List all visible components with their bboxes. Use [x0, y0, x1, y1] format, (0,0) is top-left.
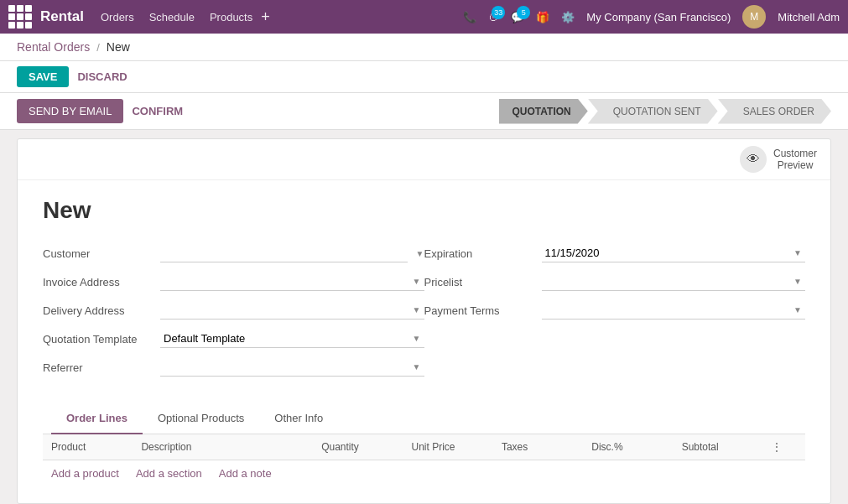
col-unit-price: Unit Price — [412, 441, 502, 453]
payment-terms-field-row: Payment Terms ▼ — [424, 301, 806, 320]
form-body: New Customer ▼ Invoice Address ▼ — [18, 180, 830, 503]
breadcrumb: Rental Orders / New — [0, 34, 848, 61]
form-title: New — [43, 197, 805, 224]
payment-terms-chevron: ▼ — [793, 305, 802, 314]
tab-other-info[interactable]: Other Info — [259, 403, 338, 434]
form-fields: Customer ▼ Invoice Address ▼ Delivery Ad… — [43, 244, 805, 387]
right-fields: Expiration 11/15/2020 ▼ Pricelist ▼ — [424, 244, 806, 387]
col-product: Product — [51, 441, 141, 453]
col-taxes: Taxes — [502, 441, 591, 453]
col-description: Description — [141, 441, 321, 453]
confirm-button[interactable]: CONFIRM — [132, 105, 183, 117]
settings-icon[interactable]: ⚙️ — [561, 11, 575, 23]
avatar[interactable]: M — [742, 5, 766, 29]
delivery-address-chevron: ▼ — [413, 305, 421, 314]
invoice-address-chevron: ▼ — [413, 277, 421, 286]
nav-schedule[interactable]: Schedule — [149, 11, 195, 23]
main-content: 👁 Customer Preview New Customer ▼ Invoic… — [0, 130, 848, 504]
send-by-email-button[interactable]: SEND BY EMAIL — [17, 99, 123, 123]
chat-badge: 5 — [517, 6, 530, 19]
delivery-address-select[interactable] — [164, 304, 413, 316]
eye-icon: 👁 — [740, 146, 767, 173]
payment-terms-select-wrap[interactable]: ▼ — [542, 301, 806, 320]
customer-preview-bar: 👁 Customer Preview — [18, 139, 830, 180]
col-disc: Disc.% — [591, 441, 681, 453]
add-menu-button[interactable]: + — [261, 8, 270, 26]
customer-label: Customer — [43, 247, 152, 260]
pricelist-label: Pricelist — [424, 276, 533, 288]
nav-orders[interactable]: Orders — [101, 11, 134, 23]
customer-input[interactable] — [160, 244, 408, 262]
customer-field-row: Customer ▼ — [43, 244, 424, 262]
form-card: 👁 Customer Preview New Customer ▼ Invoic… — [17, 138, 831, 504]
expiration-field-row: Expiration 11/15/2020 ▼ — [424, 244, 806, 262]
tabs-bar: Order Lines Optional Products Other Info — [43, 403, 805, 434]
nav-links: Orders Schedule Products — [101, 11, 252, 23]
col-subtotal: Subtotal — [682, 441, 772, 453]
add-note-link[interactable]: Add a note — [219, 467, 272, 480]
breadcrumb-parent[interactable]: Rental Orders — [17, 40, 90, 54]
payment-terms-label: Payment Terms — [424, 304, 533, 317]
expiration-chevron: ▼ — [793, 248, 802, 257]
quotation-template-field-row: Quotation Template Default Template ▼ — [43, 330, 424, 348]
add-product-link[interactable]: Add a product — [51, 467, 119, 480]
app-name: Rental — [40, 8, 84, 25]
payment-terms-select[interactable] — [545, 304, 794, 316]
clock-badge: 33 — [492, 6, 505, 19]
save-button[interactable]: SAVE — [17, 66, 69, 87]
pricelist-select-wrap[interactable]: ▼ — [542, 273, 806, 291]
tab-order-lines[interactable]: Order Lines — [51, 403, 143, 434]
user-name[interactable]: Mitchell Adm — [778, 11, 840, 23]
clock-icon[interactable]: ⏱ 33 — [488, 11, 499, 23]
status-stages: QUOTATION QUOTATION SENT SALES ORDER — [499, 99, 831, 124]
action-bar: SAVE DISCARD — [0, 61, 848, 93]
stage-sales-order[interactable]: SALES ORDER — [718, 99, 831, 124]
chat-icon[interactable]: 💬 5 — [511, 11, 524, 23]
gift-icon[interactable]: 🎁 — [536, 11, 549, 23]
quotation-template-chevron: ▼ — [413, 334, 421, 343]
delivery-address-field-row: Delivery Address ▼ — [43, 301, 424, 320]
table-actions: Add a product Add a section Add a note — [43, 460, 805, 486]
referrer-select-wrap[interactable]: ▼ — [160, 358, 424, 377]
stage-quotation-sent[interactable]: QUOTATION SENT — [588, 99, 718, 124]
col-quantity: Quantity — [321, 441, 411, 453]
invoice-address-select[interactable] — [164, 275, 413, 288]
table-header: Product Description Quantity Unit Price … — [43, 434, 805, 460]
tab-optional-products[interactable]: Optional Products — [143, 403, 259, 434]
referrer-label: Referrer — [43, 361, 152, 374]
top-navigation: Rental Orders Schedule Products + 📞 ⏱ 33… — [0, 0, 848, 34]
pricelist-chevron: ▼ — [793, 277, 802, 286]
phone-icon[interactable]: 📞 — [463, 11, 476, 23]
invoice-address-label: Invoice Address — [43, 276, 152, 288]
customer-dropdown-icon: ▼ — [416, 249, 424, 258]
referrer-field-row: Referrer ▼ — [43, 358, 424, 377]
order-table: Product Description Quantity Unit Price … — [43, 434, 805, 486]
pricelist-select[interactable] — [545, 275, 794, 288]
quotation-template-select[interactable]: Default Template — [164, 332, 413, 345]
customer-preview-button[interactable]: 👁 Customer Preview — [740, 146, 817, 173]
stage-quotation[interactable]: QUOTATION — [499, 99, 588, 124]
status-bar: SEND BY EMAIL CONFIRM QUOTATION QUOTATIO… — [0, 93, 848, 130]
invoice-address-select-wrap[interactable]: ▼ — [160, 273, 424, 291]
add-section-link[interactable]: Add a section — [136, 467, 202, 480]
expiration-label: Expiration — [424, 247, 533, 260]
company-name[interactable]: My Company (San Francisco) — [586, 11, 731, 23]
referrer-select[interactable] — [164, 361, 413, 373]
expiration-select-wrap[interactable]: 11/15/2020 ▼ — [542, 244, 806, 262]
referrer-chevron: ▼ — [413, 362, 421, 372]
delivery-address-select-wrap[interactable]: ▼ — [160, 301, 424, 320]
quotation-template-label: Quotation Template — [43, 333, 152, 346]
nav-products[interactable]: Products — [210, 11, 252, 23]
delivery-address-label: Delivery Address — [43, 304, 152, 317]
discard-button[interactable]: DISCARD — [77, 70, 127, 83]
app-grid-icon[interactable] — [8, 5, 32, 29]
customer-preview-label: Customer Preview — [773, 148, 817, 171]
quotation-template-select-wrap[interactable]: Default Template ▼ — [160, 330, 424, 348]
col-actions: ⋮ — [772, 441, 797, 453]
invoice-address-field-row: Invoice Address ▼ — [43, 273, 424, 291]
breadcrumb-separator: / — [96, 41, 100, 54]
left-fields: Customer ▼ Invoice Address ▼ Delivery Ad… — [43, 244, 424, 387]
pricelist-field-row: Pricelist ▼ — [424, 273, 806, 291]
expiration-select[interactable]: 11/15/2020 — [545, 247, 794, 259]
breadcrumb-current: New — [107, 40, 130, 54]
